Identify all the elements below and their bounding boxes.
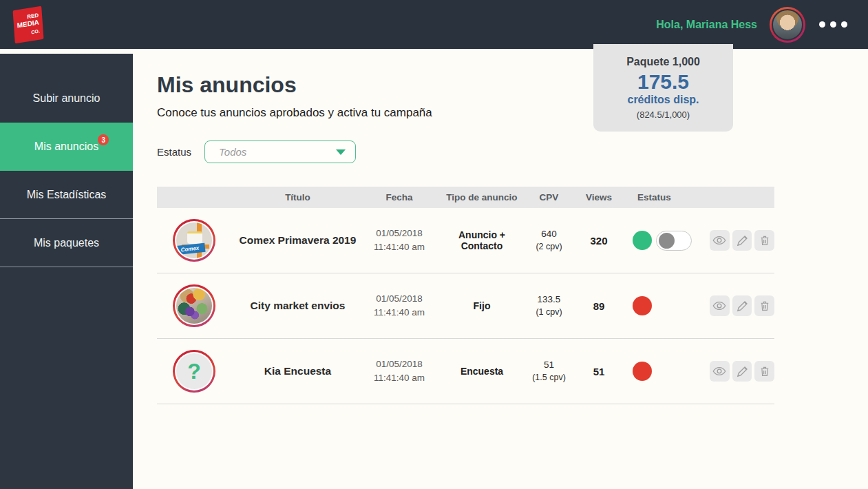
delete-button[interactable] [754, 230, 774, 251]
sidebar-item-subir-anuncio[interactable]: Subir anuncio [0, 74, 133, 123]
sidebar-item-mis-estadisticas[interactable]: Mis Estadísticas [0, 171, 133, 219]
eye-icon [712, 364, 726, 378]
trash-icon [759, 234, 771, 247]
sidebar-item-label: Mis anuncios 3 [34, 141, 98, 153]
sidebar-item-mis-anuncios[interactable]: Mis anuncios 3 [0, 123, 133, 171]
dot [819, 21, 825, 28]
ad-date: 01/05/2018 11:41:40 am [361, 357, 437, 386]
status-filter-dropdown[interactable]: Todos [204, 141, 356, 163]
ads-table: Título Fecha Tipo de anuncio CPV Views E… [157, 187, 774, 404]
page-title: Mis anuncios [157, 72, 868, 98]
ad-views: 320 [571, 235, 626, 247]
ad-date: 01/05/2018 11:41:40 am [361, 292, 437, 320]
table-row: City market envios 01/05/2018 11:41:40 a… [157, 273, 774, 339]
notification-badge: 3 [98, 134, 109, 145]
status-indicator [633, 296, 652, 315]
status-filter-label: Estatus [157, 146, 204, 158]
delete-button[interactable] [754, 361, 774, 382]
table-header-row: Título Fecha Tipo de anuncio CPV Views E… [157, 187, 774, 208]
ad-title: Kia Encuesta [234, 365, 361, 377]
sidebar-item-label: Mis paquetes [34, 237, 99, 249]
eye-icon [712, 233, 726, 247]
header-views: Views [571, 192, 626, 202]
logo-line: CO. [31, 28, 40, 35]
edit-button[interactable] [732, 361, 752, 382]
page-subtitle: Conoce tus anuncios aprobados y activa t… [157, 106, 868, 120]
user-greeting: Hola, Mariana Hess [656, 19, 757, 31]
toggle-knob [659, 233, 675, 249]
trash-icon [759, 365, 771, 377]
sidebar-item-label: Subir anuncio [33, 92, 100, 105]
credits-label: créditos disp. [593, 94, 733, 106]
ad-date: 01/05/2018 11:41:40 am [361, 227, 437, 255]
status-indicator [633, 362, 652, 381]
trash-icon [759, 300, 771, 312]
user-avatar[interactable] [770, 7, 805, 43]
credits-detail: (824.5/1,000) [593, 110, 733, 120]
table-row: ? Kia Encuesta 01/05/2018 11:41:40 am En… [157, 339, 774, 404]
dot [841, 21, 847, 28]
chevron-down-icon [336, 149, 346, 155]
row-actions [706, 361, 774, 382]
groceries-photo [176, 288, 212, 324]
sidebar-item-mis-paquetes[interactable]: Mis paquetes [0, 219, 133, 267]
ad-status-cell [626, 231, 706, 251]
credits-value: 175.5 [593, 70, 733, 94]
package-label: Paquete 1,000 [593, 56, 733, 68]
ad-cpv: 640 (2 cpv) [527, 228, 571, 252]
ellipsis-menu-icon[interactable] [818, 17, 849, 32]
status-toggle[interactable] [656, 231, 692, 251]
view-button[interactable] [710, 230, 730, 251]
row-actions [706, 295, 774, 316]
delete-button[interactable] [754, 295, 774, 316]
row-actions [706, 230, 774, 251]
header-fecha: Fecha [361, 192, 437, 202]
status-filter-row: Estatus Todos [157, 141, 868, 163]
question-mark-glyph: ? [187, 359, 201, 384]
ad-type: Encuesta [437, 366, 527, 377]
ad-views: 89 [571, 300, 626, 312]
pencil-icon [736, 365, 749, 378]
logo-line: MEDIA [17, 18, 39, 30]
ad-status-cell [626, 362, 706, 381]
ad-cpv: 51 (1.5 cpv) [527, 359, 571, 383]
red-media-logo: RED MEDIA CO. [13, 6, 44, 43]
topbar: RED MEDIA CO. Hola, Mariana Hess [0, 0, 868, 49]
header-cpv: CPV [527, 192, 571, 202]
credits-card: Paquete 1,000 175.5 créditos disp. (824.… [593, 44, 733, 132]
ad-avatar: ? [173, 350, 215, 393]
ad-title: Comex Primavera 2019 [234, 234, 361, 247]
view-button[interactable] [710, 361, 730, 382]
paint-bucket-shape [187, 231, 202, 244]
main-content: Paquete 1,000 175.5 créditos disp. (824.… [133, 49, 868, 489]
ad-avatar: Comex [173, 219, 215, 262]
user-avatar-photo [772, 9, 803, 41]
sidebar-item-label: Mis Estadísticas [27, 189, 107, 201]
ad-avatar [173, 284, 215, 327]
header-titulo: Título [234, 192, 361, 202]
ad-type: Anuncio + Contacto [437, 229, 527, 251]
pencil-icon [736, 300, 749, 313]
ad-views: 51 [571, 366, 626, 377]
header-estatus: Estatus [626, 192, 706, 202]
ad-cpv: 133.5 (1 cpv) [527, 293, 571, 318]
edit-button[interactable] [732, 230, 752, 251]
dropdown-value: Todos [219, 146, 246, 158]
dot [830, 21, 836, 28]
comex-paint-photo: Comex [176, 222, 212, 258]
edit-button[interactable] [732, 295, 752, 316]
status-indicator [633, 231, 652, 250]
header-tipo: Tipo de anuncio [437, 192, 527, 202]
eye-icon [712, 299, 726, 313]
table-row: Comex Comex Primavera 2019 01/05/2018 11… [157, 208, 774, 273]
ad-type: Fijo [437, 300, 527, 311]
question-mark-avatar: ? [176, 353, 212, 389]
sidebar: Subir anuncio Mis anuncios 3 Mis Estadís… [0, 54, 133, 489]
ad-status-cell [626, 296, 706, 315]
pencil-icon [736, 234, 749, 247]
view-button[interactable] [710, 295, 730, 316]
ad-title: City market envios [234, 300, 361, 312]
